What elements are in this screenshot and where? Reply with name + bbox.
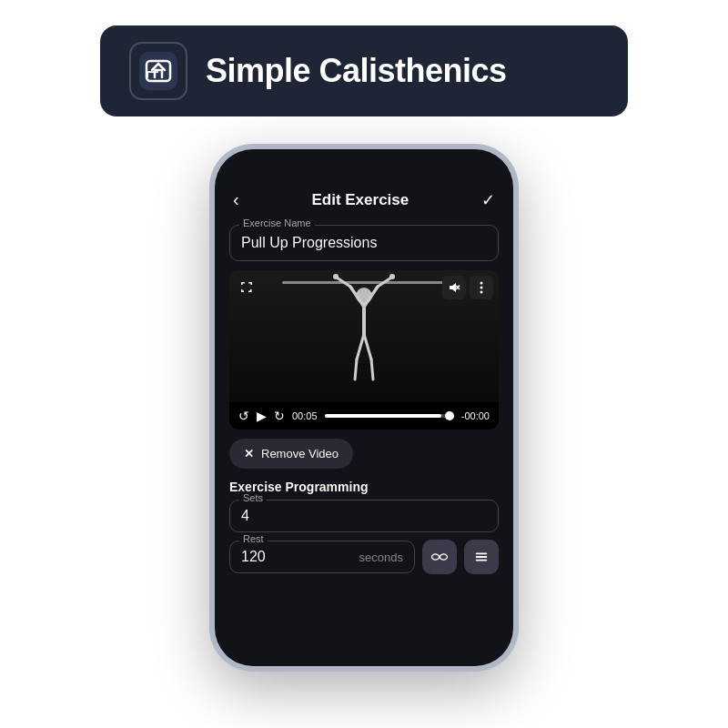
play-button[interactable]: ▶ [257, 409, 267, 423]
app-icon: ⌐ [129, 42, 187, 100]
svg-point-17 [480, 291, 483, 294]
rewind-button[interactable]: ↺ [238, 409, 249, 423]
svg-point-5 [333, 274, 339, 279]
rest-row: Rest 120 seconds [229, 540, 499, 574]
phone-frame: ‹ Edit Exercise ✓ Exercise Name Pull Up … [209, 144, 519, 672]
progress-thumb [445, 411, 454, 420]
app-title-text: Simple Calisthenics [206, 52, 507, 90]
infinity-button[interactable] [422, 540, 457, 574]
rest-unit: seconds [359, 551, 403, 564]
progress-bar[interactable] [325, 414, 454, 418]
mute-button[interactable] [442, 276, 466, 299]
check-button[interactable]: ✓ [481, 190, 495, 210]
sets-value: 4 [241, 508, 487, 524]
svg-point-6 [389, 274, 395, 279]
progress-fill [325, 414, 441, 418]
phone-notch [314, 149, 414, 173]
svg-rect-18 [476, 553, 488, 555]
remove-x-icon: ✕ [244, 447, 254, 460]
list-button[interactable] [464, 540, 499, 574]
app-banner: ⌐ Simple Calisthenics [100, 25, 628, 116]
exercise-name-value: Pull Up Progressions [241, 235, 487, 251]
svg-line-11 [357, 334, 364, 359]
pullup-figure [318, 270, 410, 389]
back-button[interactable]: ‹ [233, 189, 239, 210]
svg-line-4 [378, 278, 391, 287]
forward-button[interactable]: ↻ [274, 409, 285, 423]
svg-line-12 [364, 334, 371, 359]
expand-button[interactable] [235, 276, 258, 299]
svg-point-16 [480, 287, 483, 289]
svg-line-3 [337, 278, 350, 287]
phone-mockup: ‹ Edit Exercise ✓ Exercise Name Pull Up … [209, 144, 519, 672]
current-time: 00:05 [292, 410, 318, 421]
svg-line-14 [371, 359, 373, 379]
video-player[interactable]: ↺ ▶ ↻ 00:05 -00:00 [229, 270, 499, 430]
remove-video-button[interactable]: ✕ Remove Video [229, 439, 353, 469]
phone-screen: ‹ Edit Exercise ✓ Exercise Name Pull Up … [215, 149, 513, 666]
sets-label: Sets [239, 492, 267, 503]
svg-point-15 [480, 282, 483, 285]
rest-label: Rest [239, 533, 268, 544]
video-frame [229, 270, 499, 402]
screen-header: ‹ Edit Exercise ✓ [215, 182, 513, 219]
svg-line-13 [355, 359, 357, 379]
remove-video-label: Remove Video [261, 447, 339, 460]
screen-content: ‹ Edit Exercise ✓ Exercise Name Pull Up … [215, 149, 513, 666]
video-bottom-controls: ↺ ▶ ↻ 00:05 -00:00 [229, 402, 499, 430]
svg-rect-19 [476, 556, 488, 558]
exercise-name-label: Exercise Name [239, 217, 315, 228]
rest-value: 120 [241, 549, 266, 565]
svg-rect-20 [476, 560, 488, 561]
video-top-controls [442, 276, 493, 299]
remaining-time: -00:00 [461, 410, 490, 421]
rest-field[interactable]: Rest 120 seconds [229, 541, 415, 573]
header-title: Edit Exercise [311, 191, 409, 209]
sets-field[interactable]: Sets 4 [229, 500, 499, 532]
exercise-name-field[interactable]: Exercise Name Pull Up Progressions [229, 225, 499, 261]
more-button[interactable] [470, 276, 493, 299]
